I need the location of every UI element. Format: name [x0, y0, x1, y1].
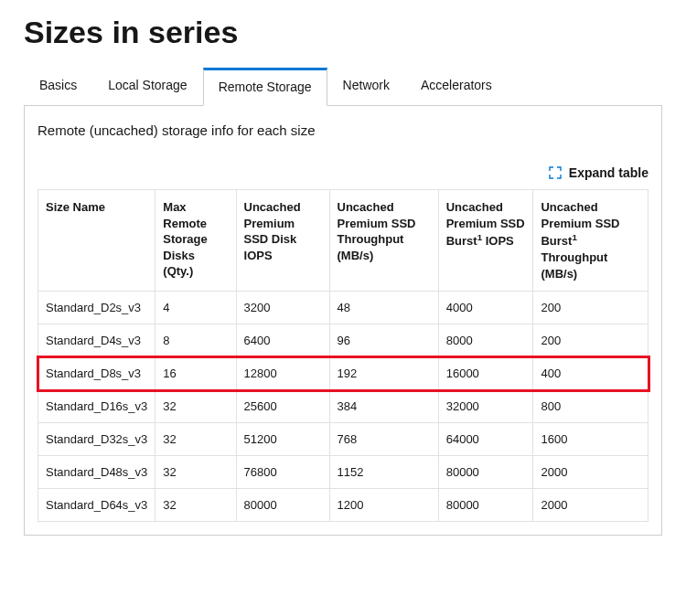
col-max-disks: Max Remote Storage Disks (Qty.): [155, 190, 236, 292]
tab-panel-remote-storage: Remote (uncached) storage info for each …: [24, 106, 662, 536]
cell-max-disks: 32: [155, 489, 236, 522]
cell-max-disks: 8: [155, 324, 236, 357]
col-size-name: Size Name: [38, 190, 155, 292]
cell-iops: 80000: [236, 489, 329, 522]
cell-size-name: Standard_D2s_v3: [38, 292, 155, 324]
cell-burst-iops: 8000: [438, 324, 533, 357]
tab-network[interactable]: Network: [327, 68, 405, 106]
cell-tput: 768: [329, 423, 438, 456]
cell-burst-tput: 200: [533, 292, 648, 324]
tab-remote-storage[interactable]: Remote Storage: [203, 68, 327, 106]
cell-iops: 25600: [236, 390, 329, 423]
col-burst-tput: Uncached Premium SSD Burst1 Throughput (…: [533, 190, 648, 292]
cell-burst-tput: 2000: [533, 456, 648, 489]
table-row: Standard_D48s_v3 32 76800 1152 80000 200…: [38, 456, 648, 489]
cell-size-name: Standard_D32s_v3: [38, 423, 155, 456]
cell-size-name: Standard_D4s_v3: [38, 324, 155, 357]
col-uncached-iops: Uncached Premium SSD Disk IOPS: [236, 190, 329, 292]
cell-tput: 96: [329, 324, 438, 357]
cell-tput: 1152: [329, 456, 438, 489]
table-row: Standard_D16s_v3 32 25600 384 32000 800: [38, 390, 648, 423]
cell-burst-iops: 16000: [438, 357, 533, 390]
cell-burst-iops: 80000: [438, 489, 533, 522]
cell-max-disks: 16: [155, 357, 236, 390]
cell-burst-iops: 32000: [438, 390, 533, 423]
tab-local-storage[interactable]: Local Storage: [92, 68, 202, 106]
table-row: Standard_D2s_v3 4 3200 48 4000 200: [38, 292, 648, 324]
tab-bar: Basics Local Storage Remote Storage Netw…: [24, 67, 662, 106]
cell-iops: 76800: [236, 456, 329, 489]
col-uncached-tput: Uncached Premium SSD Throughput (MB/s): [329, 190, 438, 292]
expand-icon: [549, 166, 562, 179]
cell-size-name: Standard_D48s_v3: [38, 456, 155, 489]
table-row: Standard_D64s_v3 32 80000 1200 80000 200…: [38, 489, 648, 522]
cell-size-name: Standard_D8s_v3: [38, 357, 155, 390]
cell-iops: 12800: [236, 357, 329, 390]
cell-iops: 3200: [236, 292, 329, 324]
panel-heading: Remote (uncached) storage info for each …: [38, 122, 648, 138]
cell-max-disks: 4: [155, 292, 236, 324]
cell-size-name: Standard_D16s_v3: [38, 390, 155, 423]
cell-burst-tput: 800: [533, 390, 648, 423]
sizes-table: Size Name Max Remote Storage Disks (Qty.…: [38, 189, 648, 522]
cell-tput: 192: [329, 357, 438, 390]
cell-tput: 1200: [329, 489, 438, 522]
cell-burst-tput: 2000: [533, 489, 648, 522]
cell-tput: 48: [329, 292, 438, 324]
cell-tput: 384: [329, 390, 438, 423]
col-burst-iops: Uncached Premium SSD Burst1 IOPS: [438, 190, 533, 292]
expand-table-button[interactable]: Expand table: [38, 165, 648, 180]
table-row: Standard_D32s_v3 32 51200 768 64000 1600: [38, 423, 648, 456]
cell-iops: 51200: [236, 423, 329, 456]
cell-burst-tput: 400: [533, 357, 648, 390]
page-title: Sizes in series: [24, 15, 662, 50]
cell-max-disks: 32: [155, 456, 236, 489]
cell-max-disks: 32: [155, 390, 236, 423]
cell-max-disks: 32: [155, 423, 236, 456]
table-row: Standard_D4s_v3 8 6400 96 8000 200: [38, 324, 648, 357]
cell-burst-iops: 4000: [438, 292, 533, 324]
tab-accelerators[interactable]: Accelerators: [405, 68, 508, 106]
tab-basics[interactable]: Basics: [24, 68, 92, 106]
cell-burst-tput: 1600: [533, 423, 648, 456]
cell-burst-iops: 64000: [438, 423, 533, 456]
expand-table-label: Expand table: [569, 165, 648, 180]
cell-iops: 6400: [236, 324, 329, 357]
cell-burst-iops: 80000: [438, 456, 533, 489]
table-body: Standard_D2s_v3 4 3200 48 4000 200 Stand…: [38, 292, 648, 522]
cell-size-name: Standard_D64s_v3: [38, 489, 155, 522]
table-header-row: Size Name Max Remote Storage Disks (Qty.…: [38, 190, 648, 292]
cell-burst-tput: 200: [533, 324, 648, 357]
table-row-highlighted: Standard_D8s_v3 16 12800 192 16000 400: [38, 357, 648, 390]
